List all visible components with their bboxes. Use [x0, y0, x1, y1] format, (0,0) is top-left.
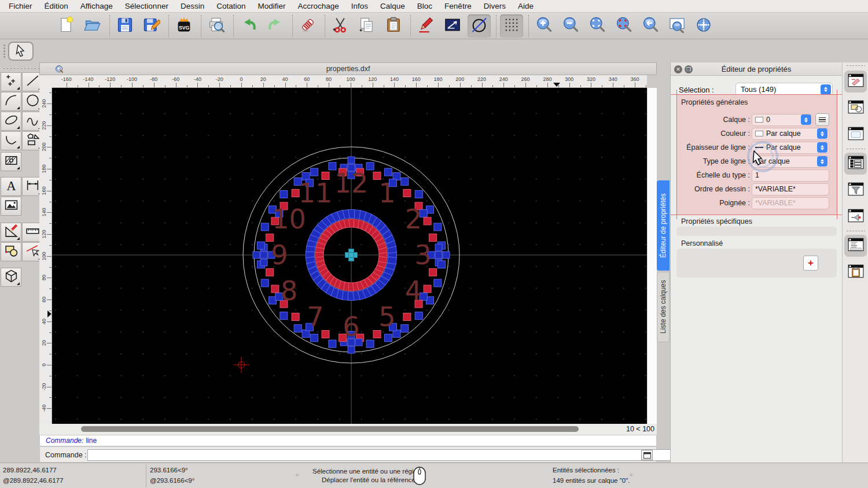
stepper-icon[interactable]: [817, 128, 827, 139]
dock-filter-toggle[interactable]: [844, 179, 867, 201]
property-combo[interactable]: Par calque: [752, 128, 829, 140]
drawing-canvas[interactable]: 123456789101112: [52, 88, 647, 424]
general-section-label: Propriétés générales: [681, 98, 748, 106]
command-detach-button[interactable]: [641, 450, 653, 460]
hruler-label: 360: [631, 76, 639, 82]
hruler-cursor-marker: [553, 83, 560, 87]
dock-clipboard-toggle[interactable]: [844, 261, 867, 283]
cut-button[interactable]: [329, 14, 352, 38]
modify-tool-button[interactable]: [1, 223, 21, 242]
circle-line-button[interactable]: [468, 14, 491, 38]
copy-button[interactable]: [355, 14, 378, 38]
layer-menu-button[interactable]: [815, 113, 829, 126]
panel-header: ✕ ❐ Éditeur de propriétés: [671, 62, 842, 76]
dock-command-window-toggle[interactable]: [844, 235, 867, 257]
menu-modifier[interactable]: Modifier: [258, 2, 285, 10]
image-tool-button[interactable]: [1, 197, 21, 216]
copy-icon: [358, 16, 376, 36]
stepper-icon[interactable]: [817, 156, 827, 167]
toolbar-drag-handle[interactable]: [3, 44, 5, 59]
solid-3d-tool-button[interactable]: [1, 268, 21, 287]
stepper-icon[interactable]: [817, 142, 827, 153]
blocks-icon: [3, 243, 19, 261]
zoom-in-icon: [535, 16, 553, 36]
menu-affichage[interactable]: Affichage: [80, 2, 113, 10]
zoom-pan-button[interactable]: [692, 14, 715, 38]
undo-button[interactable]: [237, 14, 260, 38]
vertical-ruler: -40 -20 0 20 40 60 80 100 120 140 160 18…: [39, 88, 52, 424]
grid-button[interactable]: [500, 14, 523, 38]
undo-icon: [240, 16, 258, 36]
menu-cotation[interactable]: Cotation: [216, 2, 245, 10]
dock-library-toggle[interactable]: [844, 124, 867, 146]
open-folder-button[interactable]: [81, 14, 104, 38]
redo-button[interactable]: [264, 14, 287, 38]
dock-pen-palette-toggle[interactable]: [844, 206, 867, 228]
menu-calque[interactable]: Calque: [380, 2, 405, 10]
zoom-window-button[interactable]: [665, 14, 689, 38]
vertical-scrollbar[interactable]: [647, 88, 657, 424]
pen-button[interactable]: [414, 14, 437, 38]
text-icon: A: [3, 178, 19, 195]
menu-selectionner[interactable]: Sélectionner: [125, 2, 168, 10]
menu-aide[interactable]: Aide: [518, 2, 534, 10]
hatch-tool-button[interactable]: [1, 152, 21, 171]
svg-export-button[interactable]: SVG: [172, 14, 196, 38]
menu-fenetre[interactable]: Fenêtre: [444, 2, 472, 10]
angle-line-button[interactable]: [441, 14, 464, 38]
stepper-icon[interactable]: [801, 114, 811, 125]
vruler-cursor-marker: [47, 310, 52, 317]
zoom-out-button[interactable]: [559, 14, 582, 38]
menu-edition[interactable]: Édition: [45, 2, 68, 10]
hruler-label: -40: [194, 76, 201, 82]
menu-dessin[interactable]: Dessin: [181, 2, 204, 10]
arc-tool-button[interactable]: [1, 92, 21, 111]
delete-eraser-button[interactable]: [296, 14, 319, 38]
blocks-tool-button[interactable]: [1, 242, 21, 261]
property-field[interactable]: *VARIABLE*: [752, 183, 829, 195]
ellipse-tool-button[interactable]: [1, 112, 21, 131]
add-custom-property-button[interactable]: +: [803, 256, 818, 271]
property-combo[interactable]: 0: [752, 114, 813, 126]
print-preview-button[interactable]: [205, 14, 228, 38]
menu-divers[interactable]: Divers: [484, 2, 506, 10]
text-tool-button[interactable]: A: [1, 177, 21, 196]
swatch-icon: [755, 131, 763, 136]
menu-bloc[interactable]: Bloc: [417, 2, 432, 10]
property-field[interactable]: 1: [752, 169, 829, 182]
new-file-button[interactable]: [54, 14, 78, 38]
horizontal-scrollbar-thumb[interactable]: [81, 426, 579, 432]
dock-property-editor-toggle[interactable]: [844, 71, 867, 93]
paste-button[interactable]: [382, 14, 405, 38]
stepper-icon[interactable]: [821, 84, 831, 95]
relative-polar-coordinates: @293.6166<9°: [150, 477, 194, 484]
zoom-previous-icon: [642, 16, 659, 36]
property-label: Épaisseur de ligne :: [686, 143, 750, 151]
tab-property-editor[interactable]: Éditeur de propriétés: [657, 180, 670, 271]
tab-layer-list[interactable]: Liste des calques: [657, 272, 670, 342]
zoom-previous-button[interactable]: [639, 14, 662, 38]
save-as-button[interactable]: [140, 14, 163, 38]
command-history-value: line: [86, 437, 97, 445]
select-tool-button[interactable]: [8, 42, 34, 61]
menu-fichier[interactable]: Fichier: [9, 2, 32, 10]
property-row: Échelle du type :1: [671, 169, 843, 182]
dock-block-list-toggle[interactable]: [844, 97, 867, 119]
menu-accrochage[interactable]: Accrochage: [297, 2, 339, 10]
property-field[interactable]: *VARIABLE*: [752, 197, 829, 209]
menu-infos[interactable]: Infos: [351, 2, 368, 10]
zoom-auto-button[interactable]: [586, 14, 609, 38]
dock-layer-list-toggle[interactable]: [844, 153, 867, 175]
zoom-in-button[interactable]: [532, 14, 556, 38]
save-button[interactable]: [113, 14, 137, 38]
tool-palette-drag-handle[interactable]: [2, 68, 41, 69]
polyline-tool-button[interactable]: [1, 131, 21, 150]
points-tool-button[interactable]: [1, 72, 21, 91]
zoom-redraw-button[interactable]: [612, 14, 635, 38]
command-input[interactable]: [87, 449, 676, 461]
svg-text:A: A: [6, 179, 16, 193]
property-label: Type de ligne :: [703, 157, 750, 165]
document-titlebar[interactable]: properties.dxf: [39, 62, 657, 75]
measure-icon: [25, 223, 41, 241]
relative-coordinates: @289.8922,46.6177: [3, 477, 63, 484]
